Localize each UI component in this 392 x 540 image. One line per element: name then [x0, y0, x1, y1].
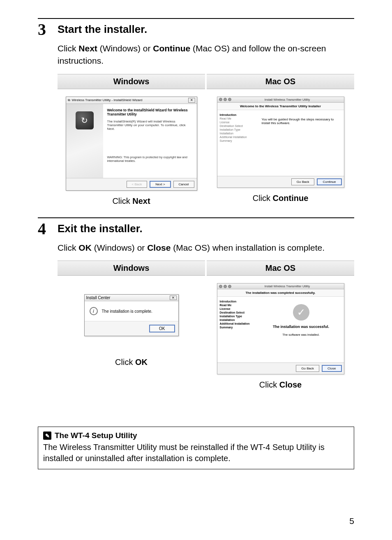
continue-button[interactable]: Continue: [317, 178, 341, 185]
note-title: The WT-4 Setup Utility: [55, 431, 137, 440]
sidebar-step: License: [220, 121, 256, 124]
keyword-next: Next: [78, 44, 97, 53]
installer-heading: The installation was completed successfu…: [217, 289, 344, 297]
sidebar-step: Introduction: [220, 113, 256, 116]
mac-install-complete-screenshot: Install Wireless Transmitter Utility The…: [217, 283, 344, 374]
traffic-light-icon[interactable]: [219, 98, 222, 101]
sidebar-step: Additional Installation: [220, 136, 256, 138]
step-4: 4 Exit the installer. Click OK (Windows)…: [38, 221, 354, 390]
traffic-light-icon[interactable]: [219, 285, 222, 288]
installer-sidebar: Introduction Read Me License Destination…: [217, 297, 258, 362]
text-fragment: Click: [253, 194, 273, 203]
installer-paragraph: You will be guided through the steps nec…: [262, 118, 341, 125]
text-fragment: Click: [58, 44, 78, 53]
keyword-close: Close: [279, 380, 302, 389]
close-icon[interactable]: ✕: [170, 295, 177, 300]
sidebar-step: License: [220, 307, 256, 310]
ok-button[interactable]: OK: [149, 325, 175, 332]
text-fragment: Click: [115, 358, 135, 367]
success-subtitle: The software was installed.: [282, 333, 319, 337]
text-fragment: Click: [58, 243, 78, 252]
sidebar-step: Summary: [220, 139, 256, 142]
window-title: Install Wireless Transmitter Utility: [233, 284, 342, 288]
sidebar-step: Installation: [220, 318, 256, 321]
note-body: The Wireless Transmitter Utility must be…: [43, 442, 349, 464]
sidebar-step: Introduction: [220, 300, 256, 303]
next-button[interactable]: Next >: [150, 181, 171, 188]
step-number: 4: [38, 221, 50, 237]
page-number: 5: [349, 516, 354, 526]
sidebar-step: Installation Type: [220, 315, 256, 318]
os-header: Windows: [58, 261, 205, 276]
keyword-close: Close: [147, 243, 171, 252]
step-title: Start the installer.: [58, 23, 354, 36]
close-button[interactable]: Close: [322, 365, 341, 372]
text-fragment: (Mac OS) when installation is complete.: [171, 243, 325, 252]
windows-column: Windows Install Center ✕ i The installat…: [58, 261, 205, 390]
wizard-warning: WARNING: This program is protected by co…: [107, 155, 193, 163]
installer-sidebar: Introduction Read Me License Destination…: [217, 110, 258, 176]
window-title: Install Wireless Transmitter Utility: [233, 98, 342, 102]
sidebar-step: Destination Select: [220, 125, 256, 127]
installer-logo-icon: ↻: [76, 111, 94, 129]
text-fragment: Click: [112, 196, 132, 205]
keyword-ok: OK: [78, 243, 92, 252]
dialog-title: Install Center: [86, 295, 111, 300]
wizard-heading: Welcome to the InstallShield Wizard for …: [107, 108, 193, 116]
keyword-ok: OK: [135, 358, 148, 367]
pencil-icon: ✎: [43, 432, 51, 440]
note-box: ✎ The WT-4 Setup Utility The Wireless Tr…: [38, 427, 354, 469]
sidebar-step: Installation Type: [220, 128, 256, 131]
dialog-message: The installation is complete.: [102, 309, 152, 314]
screenshot-caption: Click Continue: [253, 194, 309, 203]
screenshot-caption: Click OK: [115, 358, 148, 367]
step-number: 3: [38, 21, 50, 38]
close-icon[interactable]: ✕: [188, 98, 195, 103]
mac-installer-screenshot: Install Wireless Transmitter Utility Wel…: [217, 97, 344, 188]
sidebar-step: Read Me: [220, 117, 256, 120]
installer-heading: Welcome to the Wireless Transmitter Util…: [217, 103, 344, 110]
windows-installshield-screenshot: ⧉ Wireless Transmitter Utility - Install…: [66, 97, 197, 191]
screenshot-caption: Click Close: [259, 380, 302, 390]
step-3: 3 Start the installer. Click Next (Windo…: [38, 21, 354, 206]
windows-install-complete-screenshot: Install Center ✕ i The installation is c…: [84, 294, 179, 336]
sidebar-step: Summary: [220, 326, 256, 329]
text-fragment: (Windows) or: [97, 44, 153, 53]
keyword-next: Next: [132, 196, 150, 205]
os-header: Mac OS: [207, 261, 354, 276]
traffic-light-icon[interactable]: [224, 98, 227, 101]
os-header: Windows: [58, 74, 205, 89]
checkmark-icon: ✓: [293, 304, 309, 321]
traffic-light-icon[interactable]: [224, 285, 227, 288]
step-title: Exit the installer.: [58, 222, 354, 235]
mac-column: Mac OS Install Wireless Transmitter Util…: [207, 74, 354, 206]
traffic-light-icon[interactable]: [228, 98, 231, 101]
window-icon: ⧉: [68, 98, 70, 102]
traffic-light-icon[interactable]: [228, 285, 231, 288]
back-button[interactable]: < Back: [127, 181, 148, 188]
cancel-button[interactable]: Cancel: [173, 181, 194, 188]
sidebar-step: Destination Select: [220, 311, 256, 314]
info-icon: i: [90, 307, 98, 315]
wizard-paragraph: The InstallShield(R) Wizard will install…: [107, 120, 193, 131]
screenshot-row: Windows Install Center ✕ i The installat…: [58, 261, 354, 390]
windows-column: Windows ⧉ Wireless Transmitter Utility -…: [58, 74, 205, 206]
go-back-button[interactable]: Go Back: [296, 365, 319, 372]
keyword-continue: Continue: [273, 194, 309, 203]
sidebar-step: Read Me: [220, 304, 256, 307]
sidebar-step: Installation: [220, 132, 256, 135]
window-title: Wireless Transmitter Utility - InstallSh…: [72, 98, 143, 102]
step-text: Click OK (Windows) or Close (Mac OS) whe…: [58, 242, 354, 254]
mac-column: Mac OS Install Wireless Transmitter Util…: [207, 261, 354, 390]
sidebar-step: Additional Installation: [220, 322, 256, 325]
text-fragment: (Windows) or: [92, 243, 147, 252]
keyword-continue: Continue: [153, 44, 190, 53]
success-title: The installation was successful.: [273, 325, 329, 329]
os-header: Mac OS: [207, 74, 354, 89]
step-text: Click Next (Windows) or Continue (Mac OS…: [58, 42, 354, 67]
text-fragment: Click: [259, 380, 279, 389]
screenshot-caption: Click Next: [112, 196, 150, 206]
screenshot-row: Windows ⧉ Wireless Transmitter Utility -…: [58, 74, 354, 206]
go-back-button[interactable]: Go Back: [291, 178, 315, 185]
